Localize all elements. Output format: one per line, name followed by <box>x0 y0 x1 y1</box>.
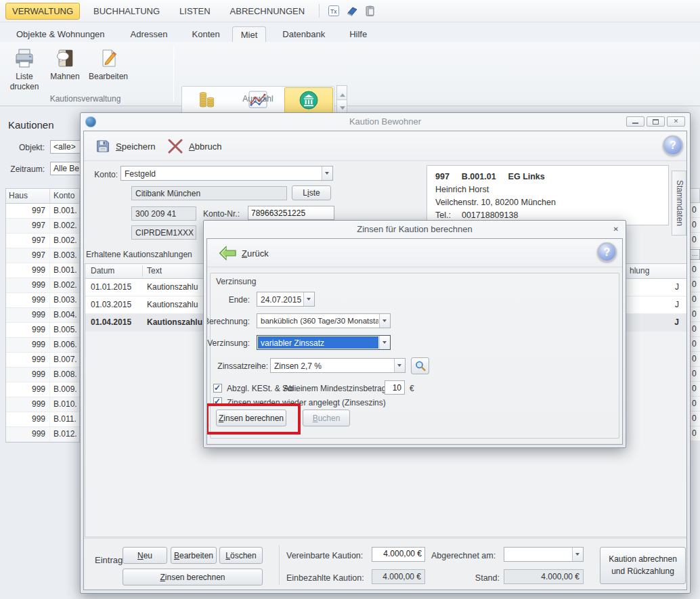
zurueck-button[interactable]: Zurück <box>211 242 276 265</box>
loeschen-button[interactable]: Löschen <box>219 547 263 564</box>
zinsen-dialog-titlebar[interactable]: Zinsen für Kaution berechnen ✕ <box>204 221 626 238</box>
help-button[interactable]: ? <box>663 135 683 156</box>
ende-date-combobox[interactable]: 24.07.2015 <box>257 292 315 307</box>
reminder-icon <box>54 47 76 69</box>
verzinsung-combobox[interactable]: variabler Zinssatz <box>257 335 391 350</box>
kautionen-list-header[interactable]: Haus Konto <box>6 189 79 204</box>
menu-tab-listen[interactable]: LISTEN <box>173 3 217 19</box>
kautionen-list-row[interactable]: 999 B.004. <box>6 308 79 323</box>
checkbox-kest-soli[interactable] <box>213 384 222 393</box>
strip-row[interactable]: 0 <box>691 233 700 248</box>
abgerechnet-combobox[interactable] <box>504 547 584 562</box>
zinssatz-suchen-button[interactable] <box>411 357 429 374</box>
strip-row[interactable]: 0 <box>691 352 700 367</box>
strip-row[interactable]: 0 <box>691 412 700 426</box>
cell-konto: B.010. <box>50 397 77 412</box>
dialog-titlebar[interactable]: Kaution Bewohner ✕ <box>81 113 690 131</box>
tab-datenbank[interactable]: Datenbank <box>274 26 333 42</box>
strip-row[interactable]: 0 <box>691 307 700 322</box>
edit-icon <box>97 47 119 69</box>
column-header-hlung[interactable]: hlung <box>630 266 649 275</box>
neu-button[interactable]: Neu <box>123 547 167 564</box>
kautionen-list-row[interactable]: 999 B.001. <box>6 263 79 278</box>
kontonr-input[interactable] <box>248 206 334 220</box>
gallery-scroll-up-button[interactable] <box>336 85 347 100</box>
kautionen-list-row[interactable]: 999 B.009. <box>6 382 79 397</box>
kautionen-list-row[interactable]: 999 B.011. <box>6 412 79 427</box>
vereinbart-field[interactable]: 4.000,00 € <box>372 547 425 562</box>
strip-row[interactable]: 0 <box>691 337 700 352</box>
kautionen-list-row[interactable]: 997 B.002. <box>6 234 79 248</box>
kautionen-list-row[interactable]: 999 B.008. <box>6 368 79 382</box>
kautionen-list-row[interactable]: 997 B.001. <box>6 204 79 219</box>
mindestzinsbetrag-input[interactable] <box>385 380 405 395</box>
strip-row[interactable]: 0 <box>691 367 700 382</box>
dropdown-arrow-icon[interactable] <box>303 292 314 306</box>
menu-tab-abrechnungen[interactable]: ABRECHNUNGEN <box>224 3 311 19</box>
tab-hilfe[interactable]: Hilfe <box>341 26 375 42</box>
abbruch-button[interactable]: Abbruch <box>160 135 228 158</box>
tab-konten[interactable]: Konten <box>184 26 228 42</box>
tab-objekte-wohnungen[interactable]: Objekte & Wohnungen <box>8 26 113 42</box>
berechnung-combobox[interactable]: banküblich (360 Tage/30 Monatstage) <box>257 313 391 328</box>
strip-row[interactable]: 0 <box>691 397 700 412</box>
strip-more-button[interactable]: … <box>690 249 700 260</box>
cell-konto: B.002. <box>50 234 77 248</box>
cell-haus: 999 <box>6 263 50 278</box>
dropdown-arrow-icon[interactable] <box>572 548 583 561</box>
strip-row[interactable]: 0 <box>691 203 700 218</box>
kautionen-list-row[interactable]: 997 B.003. <box>6 248 79 263</box>
dropdown-arrow-icon[interactable] <box>379 336 390 349</box>
strip-row[interactable]: 0 <box>691 382 700 397</box>
kautionen-list-row[interactable]: 999 B.007. <box>6 353 79 368</box>
kautionen-list-row[interactable]: 999 B.012. <box>6 427 79 442</box>
kautionen-list-row[interactable]: 999 B.005. <box>6 323 79 338</box>
book-icon[interactable] <box>346 5 358 17</box>
cell-haus: 999 <box>6 412 50 426</box>
strip-row[interactable]: 0 <box>691 263 700 278</box>
tab-stammdaten[interactable]: Stammdaten <box>672 171 686 236</box>
column-header-text[interactable]: Text <box>147 266 162 275</box>
dropdown-arrow-icon[interactable] <box>379 314 390 328</box>
tab-adressen[interactable]: Adressen <box>123 26 176 42</box>
column-header-konto[interactable]: Konto <box>50 189 74 203</box>
dropdown-arrow-icon[interactable] <box>322 167 332 180</box>
group-label-auswahl: Auswahl <box>181 94 334 104</box>
strip-row[interactable]: 0 <box>691 322 700 337</box>
minimize-button[interactable] <box>626 116 644 127</box>
menu-tab-buchhaltung[interactable]: BUCHHALTUNG <box>87 3 166 19</box>
kautionen-list-row[interactable]: 999 B.002. <box>6 278 79 293</box>
zinsen-help-button[interactable]: ? <box>597 242 617 262</box>
kautionen-list-row[interactable]: 997 B.002. <box>6 219 79 234</box>
close-button[interactable]: ✕ <box>667 116 685 127</box>
konto-label: Konto: <box>85 170 118 179</box>
tab-miet[interactable]: Miet <box>232 26 267 43</box>
cell-konto: B.008. <box>50 368 77 382</box>
strip-row[interactable]: 0 <box>691 218 700 233</box>
bearbeiten-eintrag-button[interactable]: Bearbeiten <box>171 547 217 564</box>
liste-button[interactable]: Liste <box>292 185 331 200</box>
column-header-haus[interactable]: Haus <box>6 189 50 203</box>
dropdown-arrow-icon[interactable] <box>394 359 405 372</box>
zinssatzreihe-combobox[interactable]: Zinsen 2,7 % <box>270 358 406 373</box>
konto-combobox[interactable]: Festgeld <box>121 166 333 181</box>
clipboard-icon[interactable] <box>364 5 376 17</box>
zinsen-berechnen-footer-button[interactable]: Zinsen berechnen <box>123 569 263 585</box>
kautionen-list-row[interactable]: 999 B.003. <box>6 293 79 308</box>
strip-row[interactable]: 0 <box>691 278 700 292</box>
kautionen-list-row[interactable]: 999 B.006. <box>6 338 79 353</box>
menu-tab-verwaltung[interactable]: VERWALTUNG <box>5 3 80 20</box>
strip-row[interactable]: 0 <box>691 292 700 307</box>
text-format-icon[interactable]: Tx <box>328 5 340 17</box>
speichern-button[interactable]: Speichern <box>88 135 162 158</box>
restore-button[interactable] <box>647 116 665 127</box>
cell-haus: 999 <box>6 293 50 307</box>
zinsen-close-button[interactable]: ✕ <box>613 221 619 238</box>
kaution-abrechnen-button[interactable]: Kaution abrechnen und Rückzahlung <box>600 547 686 584</box>
column-header-datum[interactable]: Datum <box>91 266 114 275</box>
buchen-button[interactable]: Buchen <box>303 409 350 426</box>
footer-separator <box>84 538 686 539</box>
kautionen-list-row[interactable]: 999 B.010. <box>6 397 79 412</box>
strip-row[interactable]: 0 <box>691 426 700 441</box>
tenant-address: Veilchenstr. 10, 80200 München <box>435 196 660 209</box>
